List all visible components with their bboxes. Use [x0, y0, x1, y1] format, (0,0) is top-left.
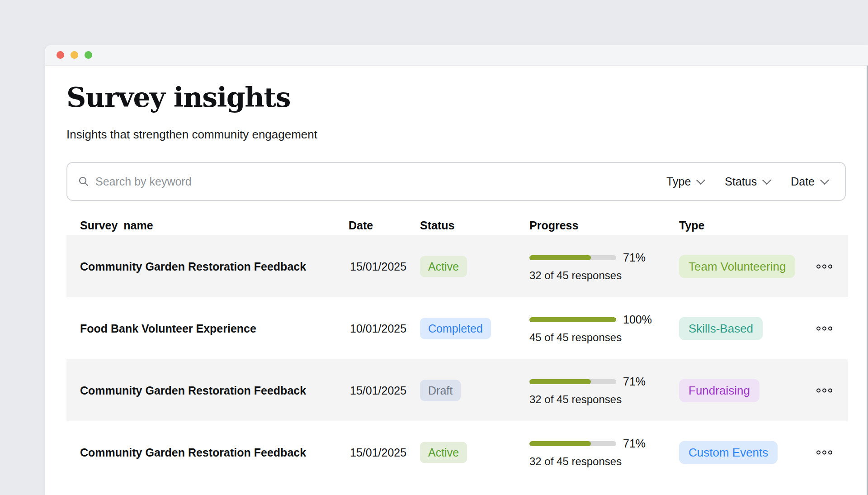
- menu-dot-icon: [816, 388, 821, 392]
- table-row[interactable]: Food Bank Volunteer Experience 10/01/202…: [66, 297, 848, 359]
- progress-percent: 71%: [623, 375, 646, 388]
- search-input[interactable]: [94, 175, 666, 189]
- row-menu-button[interactable]: [815, 262, 834, 270]
- status-badge: Completed: [420, 318, 491, 339]
- status-cell: Draft: [420, 380, 461, 401]
- survey-table: Survey name Date Status Progress Type Co…: [66, 215, 848, 483]
- menu-dot-icon: [828, 450, 832, 454]
- progress-bar-fill: [529, 255, 591, 260]
- type-badge: Fundraising: [679, 379, 760, 402]
- row-menu-button[interactable]: [815, 448, 834, 456]
- menu-dot-icon: [822, 264, 826, 268]
- page-title: Survey insights: [66, 81, 290, 113]
- search-field-area: [78, 175, 666, 189]
- progress-responses: 32 of 45 responses: [529, 393, 646, 406]
- type-cell: Team Volunteering: [679, 255, 795, 278]
- menu-dot-icon: [816, 326, 821, 330]
- progress-line: 71%: [529, 437, 646, 450]
- progress-bar: [529, 317, 616, 322]
- minimize-window-button[interactable]: [71, 51, 78, 59]
- table-row[interactable]: Community Garden Restoration Feedback 15…: [66, 359, 848, 421]
- survey-date: 10/01/2025: [350, 322, 406, 335]
- close-window-button[interactable]: [57, 51, 64, 59]
- filter-date-button[interactable]: Date: [791, 175, 828, 188]
- maximize-window-button[interactable]: [85, 51, 92, 59]
- filter-status-label: Status: [725, 175, 757, 188]
- table-header-row: Survey name Date Status Progress Type: [66, 215, 848, 235]
- menu-dot-icon: [822, 388, 826, 392]
- filter-type-label: Type: [666, 175, 691, 188]
- menu-dot-icon: [828, 388, 832, 392]
- menu-dot-icon: [822, 450, 826, 454]
- progress-bar-fill: [529, 379, 591, 384]
- progress-cell: 100% 45 of 45 responses: [529, 313, 652, 344]
- menu-dot-icon: [822, 326, 826, 330]
- progress-cell: 71% 32 of 45 responses: [529, 437, 646, 468]
- survey-date: 15/01/2025: [350, 260, 406, 273]
- type-badge: Skills-Based: [679, 317, 763, 340]
- progress-bar: [529, 379, 616, 384]
- column-header-type: Type: [679, 219, 705, 232]
- survey-name: Community Garden Restoration Feedback: [80, 260, 306, 273]
- menu-dot-icon: [828, 264, 832, 268]
- column-header-status: Status: [420, 219, 454, 232]
- progress-responses: 45 of 45 responses: [529, 331, 652, 344]
- type-cell: Fundraising: [679, 379, 760, 402]
- type-cell: Custom Events: [679, 441, 778, 464]
- progress-percent: 100%: [623, 313, 652, 326]
- app-window: Survey insights Insights that strengthen…: [45, 45, 868, 495]
- table-row[interactable]: Community Garden Restoration Feedback 15…: [66, 235, 848, 297]
- table-row[interactable]: Community Garden Restoration Feedback 15…: [66, 421, 848, 483]
- filter-status-button[interactable]: Status: [725, 175, 770, 188]
- progress-percent: 71%: [623, 251, 646, 264]
- progress-percent: 71%: [623, 437, 646, 450]
- progress-cell: 71% 32 of 45 responses: [529, 251, 646, 282]
- status-badge: Active: [420, 442, 467, 463]
- progress-line: 71%: [529, 375, 646, 388]
- progress-bar: [529, 441, 616, 446]
- window-titlebar: [45, 45, 868, 66]
- filter-group: Type Status Date: [666, 175, 828, 188]
- progress-responses: 32 of 45 responses: [529, 269, 646, 282]
- chevron-down-icon: [762, 176, 771, 185]
- menu-dot-icon: [816, 450, 821, 454]
- column-header-survey-name: Survey name: [80, 219, 153, 232]
- status-cell: Active: [420, 442, 467, 463]
- progress-line: 100%: [529, 313, 652, 326]
- survey-name: Food Bank Volunteer Experience: [80, 322, 256, 335]
- progress-cell: 71% 32 of 45 responses: [529, 375, 646, 406]
- filter-date-label: Date: [791, 175, 815, 188]
- survey-date: 15/01/2025: [350, 446, 406, 459]
- progress-line: 71%: [529, 251, 646, 264]
- type-cell: Skills-Based: [679, 317, 763, 340]
- survey-name: Community Garden Restoration Feedback: [80, 446, 306, 459]
- search-icon: [78, 176, 89, 187]
- progress-responses: 32 of 45 responses: [529, 455, 646, 468]
- status-badge: Draft: [420, 380, 461, 401]
- status-cell: Active: [420, 256, 467, 277]
- type-badge: Team Volunteering: [679, 255, 795, 278]
- chevron-down-icon: [696, 176, 705, 185]
- progress-bar: [529, 255, 616, 260]
- row-menu-button[interactable]: [815, 386, 834, 394]
- table-body: Community Garden Restoration Feedback 15…: [66, 235, 848, 483]
- search-bar: Type Status Date: [66, 162, 846, 201]
- page-subtitle: Insights that strengthen community engag…: [66, 128, 317, 142]
- survey-date: 15/01/2025: [350, 384, 406, 397]
- chevron-down-icon: [820, 176, 829, 185]
- filter-type-button[interactable]: Type: [666, 175, 704, 188]
- survey-name: Community Garden Restoration Feedback: [80, 384, 306, 397]
- column-header-progress: Progress: [529, 219, 578, 232]
- status-cell: Completed: [420, 318, 491, 339]
- column-header-date: Date: [349, 219, 373, 232]
- menu-dot-icon: [816, 264, 821, 268]
- menu-dot-icon: [828, 326, 832, 330]
- progress-bar-fill: [529, 441, 591, 446]
- row-menu-button[interactable]: [815, 324, 834, 332]
- status-badge: Active: [420, 256, 467, 277]
- progress-bar-fill: [529, 317, 616, 322]
- type-badge: Custom Events: [679, 441, 778, 464]
